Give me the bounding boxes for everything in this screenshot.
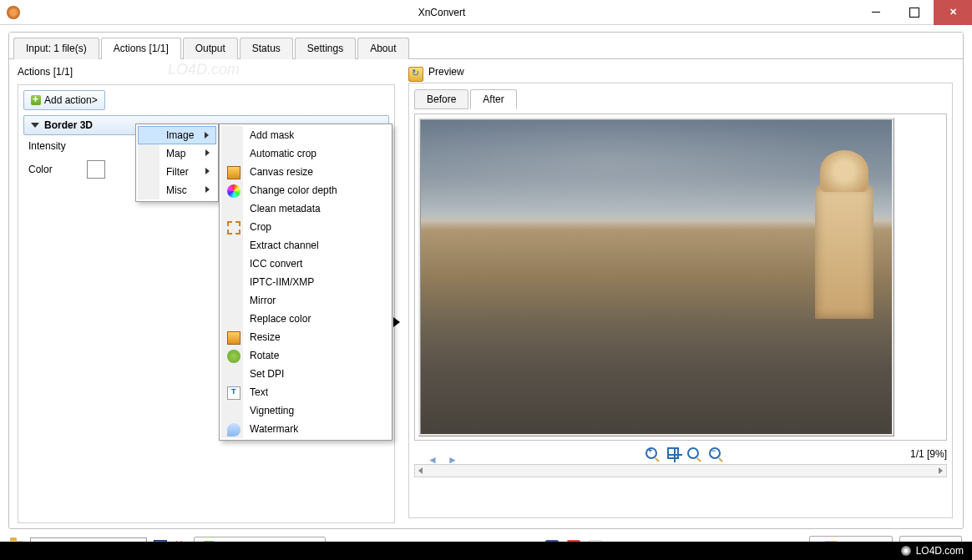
tab-about[interactable]: About	[357, 38, 408, 59]
footer-watermark: LO4D.com	[0, 542, 972, 560]
chevron-right-icon	[205, 168, 210, 174]
preview-image	[418, 118, 894, 436]
canvas-resize-icon	[227, 166, 240, 179]
mi-automatic-crop[interactable]: Automatic crop	[221, 144, 390, 163]
tab-input[interactable]: Input: 1 file(s)	[13, 38, 99, 59]
mi-mirror[interactable]: Mirror	[221, 291, 390, 310]
mi-iptc[interactable]: IPTC-IIM/XMP	[221, 273, 390, 291]
image-submenu: Add mask Automatic crop Canvas resize Ch…	[219, 124, 392, 441]
tab-status[interactable]: Status	[240, 38, 293, 59]
main-tabs: Input: 1 file(s) Actions [1/1] Output St…	[9, 33, 963, 59]
mi-resize[interactable]: Resize	[221, 328, 390, 346]
chevron-right-icon	[205, 132, 209, 139]
mi-vignetting[interactable]: Vignetting	[221, 401, 390, 420]
preview-label: Preview	[428, 66, 464, 78]
maximize-button[interactable]	[895, 0, 934, 25]
close-button[interactable]	[934, 0, 972, 25]
mi-replace-color[interactable]: Replace color	[221, 310, 390, 328]
rotate-icon	[227, 350, 240, 363]
category-menu: Image Map Filter Misc	[135, 124, 219, 202]
tab-actions[interactable]: Actions [1/1]	[101, 38, 181, 59]
submenu-indicator-icon	[393, 317, 400, 327]
mi-clean-metadata[interactable]: Clean metadata	[221, 199, 390, 218]
text-icon	[227, 386, 240, 400]
color-label: Color	[28, 164, 78, 175]
chevron-right-icon	[205, 186, 210, 193]
mi-rotate[interactable]: Rotate	[221, 346, 390, 365]
menu-misc[interactable]: Misc	[138, 181, 216, 199]
menu-filter[interactable]: Filter	[138, 163, 216, 181]
preview-image-frame	[414, 114, 947, 441]
page-info: 1/1 [9%]	[910, 448, 947, 460]
mi-crop[interactable]: Crop	[221, 218, 390, 236]
main-panel: Input: 1 file(s) Actions [1/1] Output St…	[8, 32, 964, 529]
resize-icon	[227, 331, 240, 345]
menu-image[interactable]: Image	[138, 126, 216, 144]
brand-text: LO4D.com	[916, 545, 964, 557]
plus-icon	[31, 95, 41, 105]
current-action-label: Border 3D	[44, 119, 93, 131]
add-action-label: Add action>	[44, 94, 98, 106]
horizontal-scrollbar[interactable]	[414, 464, 947, 477]
intensity-label: Intensity	[28, 140, 78, 152]
window-title: XnConvert	[27, 7, 857, 18]
preview-image-content	[815, 185, 873, 319]
brand-dot-icon	[901, 546, 911, 556]
zoom-actual-icon[interactable]	[687, 447, 701, 461]
chevron-right-icon	[205, 149, 210, 156]
minimize-button[interactable]	[857, 0, 895, 25]
mi-extract-channel[interactable]: Extract channel	[221, 236, 390, 255]
actions-label: Actions [1/1]	[18, 66, 395, 78]
mi-watermark[interactable]: Watermark	[221, 420, 390, 438]
subtab-after[interactable]: After	[470, 89, 516, 109]
app-icon	[7, 6, 20, 19]
color-picker[interactable]	[87, 160, 105, 179]
mi-add-mask[interactable]: Add mask	[221, 126, 390, 144]
color-depth-icon	[227, 184, 240, 198]
watermark-icon	[227, 423, 240, 436]
subtab-before[interactable]: Before	[414, 89, 468, 109]
mi-set-dpi[interactable]: Set DPI	[221, 365, 390, 383]
preview-pane: Preview Before After	[402, 59, 963, 530]
mi-icc-convert[interactable]: ICC convert	[221, 255, 390, 273]
zoom-out-icon[interactable]: −	[709, 447, 722, 461]
zoom-in-icon[interactable]: +	[645, 447, 659, 461]
next-image-icon[interactable]	[441, 447, 458, 461]
refresh-preview-icon[interactable]	[408, 67, 423, 82]
mi-canvas-resize[interactable]: Canvas resize	[221, 163, 390, 181]
zoom-fit-icon[interactable]	[667, 447, 679, 459]
titlebar: XnConvert	[0, 0, 972, 25]
prev-image-icon[interactable]	[419, 447, 434, 461]
tab-output[interactable]: Output	[183, 38, 238, 59]
tab-settings[interactable]: Settings	[295, 38, 356, 59]
mi-change-color-depth[interactable]: Change color depth	[221, 181, 390, 199]
collapse-icon	[31, 123, 39, 128]
mi-text[interactable]: Text	[221, 383, 390, 401]
menu-map[interactable]: Map	[138, 144, 216, 163]
crop-icon	[227, 221, 240, 235]
add-action-button[interactable]: Add action>	[23, 90, 105, 110]
